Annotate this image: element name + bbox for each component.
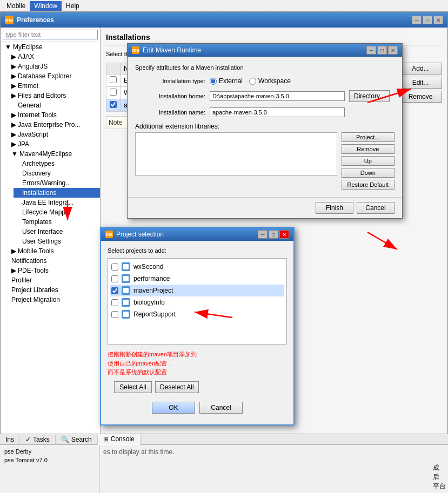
tree-item-profiler[interactable]: Profiler	[7, 275, 100, 285]
tree-item-archetypes[interactable]: Archetypes	[14, 159, 100, 168]
tree-item-lifecycle[interactable]: Lifecycle Mapp...	[14, 207, 100, 217]
edit-dialog-title-bar: me Edit Maven Runtime ─ □ ✕	[128, 44, 402, 57]
install-name-input[interactable]	[210, 107, 345, 117]
tree-item-fileseditors[interactable]: ▶Files and Editors	[7, 91, 100, 100]
tree-item-emmet[interactable]: ▶Emmet	[7, 81, 100, 91]
tree-item-angularjs[interactable]: ▶AngularJS	[7, 62, 100, 71]
row-checkbox-1[interactable]	[110, 76, 117, 83]
ext-remove-button[interactable]: Remove	[342, 144, 394, 154]
edit-close-button[interactable]: ✕	[388, 46, 398, 55]
edit-button[interactable]: Edit...	[399, 77, 442, 89]
proj-check-performance[interactable]	[111, 275, 118, 282]
arrow-icon: ▶	[11, 72, 16, 80]
proj-item-biologyinfo[interactable]: biologyInfo	[110, 296, 284, 308]
server-item-derby: pse Derby	[2, 447, 97, 456]
select-all-button[interactable]: Select All	[114, 381, 152, 393]
tab-console[interactable]: ⊞ Console	[98, 434, 141, 445]
proj-check-biologyinfo[interactable]	[111, 299, 118, 306]
tree-item-notifications[interactable]: Notifications	[7, 256, 100, 266]
proj-cancel-button[interactable]: Cancel	[199, 402, 243, 414]
deselect-all-button[interactable]: Deselect All	[155, 381, 199, 393]
tab-ins[interactable]: Ins	[0, 435, 20, 444]
remove-button[interactable]: Remove	[399, 91, 442, 103]
proj-item-reportsupport[interactable]: ReportSupport	[110, 308, 284, 320]
arrow-icon: ▶	[11, 63, 16, 70]
proj-maximize-button[interactable]: □	[269, 230, 278, 239]
tree-item-maven4myeclipse[interactable]: ▼Maven4MyEclipse	[7, 149, 100, 159]
proj-check-mavenproject[interactable]	[111, 287, 118, 294]
tree-item-errors[interactable]: Errors/Warning...	[14, 178, 100, 188]
tree-item-javaee[interactable]: ▶Java Enterprise Pro...	[7, 120, 100, 130]
tree-item-projectlibs[interactable]: Project Libraries	[7, 285, 100, 295]
radio-external[interactable]: External	[210, 77, 243, 85]
menu-help[interactable]: Help	[62, 1, 84, 11]
proj-item-wxsecond[interactable]: wxSecond	[110, 261, 284, 273]
restore-default-button[interactable]: Restore Default	[342, 180, 394, 190]
proj-label-biologyinfo: biologyInfo	[133, 299, 165, 306]
tree-item-userinterface[interactable]: User Interface	[14, 227, 100, 237]
tree-item-internettools[interactable]: ▶Internet Tools	[7, 110, 100, 120]
close-button[interactable]: ✕	[433, 16, 443, 24]
tree-item-discovery[interactable]: Discovery	[14, 168, 100, 178]
proj-dialog-icon: me	[105, 231, 113, 238]
edit-cancel-button[interactable]: Cancel	[357, 202, 394, 214]
ext-libs-label: Additional extension libraries:	[135, 123, 394, 130]
project-button[interactable]: Project...	[342, 132, 394, 142]
proj-select-buttons: Select All Deselect All	[114, 381, 199, 393]
action-buttons: Add... Edit... Remove	[399, 63, 442, 129]
radio-external-input[interactable]	[210, 78, 217, 85]
tab-tasks[interactable]: ✓ Tasks	[20, 435, 56, 444]
console-icon: ⊞	[103, 435, 109, 443]
tree-item-javaeeintegra[interactable]: Java EE Integra...	[14, 198, 100, 207]
proj-close-button[interactable]: ✕	[279, 230, 289, 239]
search-icon: 🔍	[61, 436, 69, 443]
row-checkbox-3[interactable]	[110, 101, 117, 108]
edit-dialog-body: Specify attributes for a Maven installat…	[128, 57, 402, 197]
proj-ok-button[interactable]: OK	[152, 402, 195, 414]
proj-check-wxsecond[interactable]	[111, 264, 118, 271]
console-content: es to display at this time.	[100, 445, 431, 493]
add-button[interactable]: Add...	[399, 63, 442, 75]
proj-check-reportsupport[interactable]	[111, 311, 118, 318]
status-text: es to display at this time.	[103, 448, 174, 456]
install-home-input[interactable]	[210, 91, 345, 101]
tab-search[interactable]: 🔍 Search	[56, 435, 98, 444]
directory-button[interactable]: Directory...	[349, 90, 390, 102]
col-check	[106, 63, 121, 75]
char-area: 成 后 平台	[431, 445, 448, 493]
proj-item-performance[interactable]: performance	[110, 273, 284, 285]
tree-item-templates[interactable]: Templates	[14, 217, 100, 227]
proj-item-mavenproject[interactable]: mavenProject	[110, 285, 284, 296]
tree-item-ajax[interactable]: ▶AJAX	[7, 52, 100, 62]
menu-window[interactable]: Window	[30, 1, 62, 11]
tree-item-mobiletools[interactable]: ▶Mobile Tools	[7, 246, 100, 256]
tree-item-general[interactable]: ▶General	[7, 100, 100, 110]
ext-down-button[interactable]: Down	[342, 168, 394, 178]
menu-mobile[interactable]: Mobile	[2, 1, 30, 11]
radio-workspace[interactable]: Workspace	[249, 77, 291, 85]
tree-item-dbexplorer[interactable]: ▶Database Explorer	[7, 71, 100, 81]
proj-minimize-button[interactable]: ─	[258, 230, 268, 239]
ext-up-button[interactable]: Up	[342, 156, 394, 166]
filter-input[interactable]	[3, 30, 98, 39]
edit-maximize-button[interactable]: □	[377, 46, 387, 55]
tree-item-pdetools[interactable]: ▶PDE-Tools	[7, 266, 100, 275]
finish-button[interactable]: Finish	[316, 202, 353, 214]
tree-item-installations[interactable]: Installations	[14, 188, 100, 198]
install-home-row: Installation home: Directory...	[135, 90, 394, 102]
server-item-tomcat: pse Tomcat v7.0	[2, 456, 97, 464]
tree-item-jpa[interactable]: ▶JPA	[7, 139, 100, 149]
tree-item-usersettings[interactable]: User Settings	[14, 237, 100, 246]
edit-dialog-controls: ─ □ ✕	[366, 46, 398, 55]
maximize-button[interactable]: □	[423, 16, 432, 24]
minimize-button[interactable]: ─	[412, 16, 422, 24]
radio-workspace-input[interactable]	[249, 78, 256, 85]
tree-item-projectmigration[interactable]: Project Migration	[7, 295, 100, 305]
row-checkbox-2[interactable]	[110, 89, 117, 96]
edit-minimize-button[interactable]: ─	[366, 46, 376, 55]
tree-root-myeclipse[interactable]: ▼ MyEclipse	[1, 42, 100, 52]
tree-item-javascript[interactable]: ▶JavaScript	[7, 130, 100, 139]
window-controls: ─ □ ✕	[412, 16, 443, 24]
install-type-label: Installation type:	[135, 78, 205, 84]
proj-dialog-controls: ─ □ ✕	[258, 230, 289, 239]
